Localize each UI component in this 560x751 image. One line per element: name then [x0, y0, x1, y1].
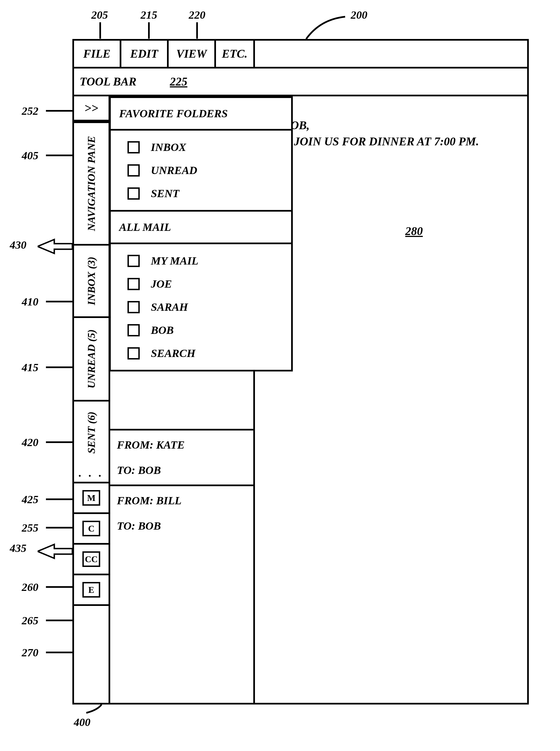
sidebar-m-button[interactable]: M [74, 483, 108, 514]
favorite-unread-label: UNREAD [151, 164, 197, 177]
toolbar-ref-225: 225 [170, 75, 187, 88]
e-icon: E [82, 582, 100, 597]
menu-edit[interactable]: EDIT [121, 41, 169, 67]
sidebar-c-button[interactable]: C [74, 514, 108, 545]
allmail-search-label: SEARCH [151, 347, 195, 360]
favorite-inbox-label: INBOX [151, 141, 186, 154]
menubar: FILE EDIT VIEW ETC. [74, 41, 527, 68]
toolbar: TOOL BAR 225 [74, 68, 527, 96]
allmail-mymail-label: MY MAIL [151, 254, 198, 267]
reading-ref-280: 280 [405, 224, 423, 238]
m-icon: M [82, 490, 100, 506]
message-row-1[interactable]: FROM: KATE TO: BOB [110, 431, 253, 486]
allmail-bob-label: BOB [151, 323, 174, 337]
msg1-from: FROM: KATE [117, 438, 246, 451]
reading-greeting: HI BOB, [266, 119, 516, 132]
allmail-item-mymail[interactable]: MY MAIL [127, 254, 280, 267]
favorite-item-sent[interactable]: SENT [127, 187, 280, 200]
menu-view[interactable]: VIEW [169, 41, 216, 67]
allmail-header: ALL MAIL [111, 212, 291, 244]
favorites-list: INBOX UNREAD SENT [111, 131, 291, 212]
sidebar-navigation-pane[interactable]: NAVIGATION PANE [74, 121, 108, 244]
checkbox-icon [127, 324, 140, 336]
favorite-item-inbox[interactable]: INBOX [127, 141, 280, 154]
toolbar-label: TOOL BAR [80, 75, 136, 88]
cc-icon: CC [82, 551, 100, 567]
app-window: FILE EDIT VIEW ETC. TOOL BAR 225 >> NAVI… [72, 39, 529, 705]
sidebar-cc-button[interactable]: CC [74, 545, 108, 575]
favorite-item-unread[interactable]: UNREAD [127, 164, 280, 177]
sidebar-inbox[interactable]: INBOX (3) [74, 244, 108, 316]
allmail-item-joe[interactable]: JOE [127, 277, 280, 291]
checkbox-icon [127, 164, 140, 177]
allmail-joe-label: JOE [151, 277, 172, 291]
checkbox-icon [127, 301, 140, 313]
msg1-to: TO: BOB [117, 463, 246, 477]
sidebar-unread[interactable]: UNREAD (5) [74, 316, 108, 400]
folders-popup: FAVORITE FOLDERS INBOX UNREAD SENT ALL M… [109, 96, 293, 372]
reading-pane: HI BOB, JOIN US FOR DINNER AT 7:00 PM. 2… [255, 96, 527, 703]
reading-body: JOIN US FOR DINNER AT 7:00 PM. [266, 135, 516, 148]
favorites-header: FAVORITE FOLDERS [111, 98, 291, 131]
sidebar-e-button[interactable]: E [74, 575, 108, 606]
allmail-item-bob[interactable]: BOB [127, 323, 280, 337]
c-icon: C [82, 521, 100, 536]
content-area: >> NAVIGATION PANE INBOX (3) UNREAD (5) … [74, 96, 527, 703]
checkbox-icon [127, 255, 140, 267]
allmail-list: MY MAIL JOE SARAH BOB SEARCH [111, 244, 291, 370]
svg-marker-0 [38, 239, 72, 253]
sidebar-more[interactable]: . . . [74, 464, 108, 483]
msg2-to: TO: BOB [117, 519, 246, 532]
pointer-arrow-430 [38, 238, 74, 255]
pointer-arrow-435 [38, 543, 74, 560]
allmail-item-sarah[interactable]: SARAH [127, 300, 280, 314]
checkbox-icon [127, 141, 140, 154]
sidebar-sent[interactable]: SENT (6) [74, 400, 108, 464]
checkbox-icon [127, 347, 140, 359]
sidebar-expand-button[interactable]: >> [74, 96, 108, 121]
checkbox-icon [127, 187, 140, 200]
checkbox-icon [127, 278, 140, 290]
allmail-sarah-label: SARAH [151, 300, 188, 314]
sidebar: >> NAVIGATION PANE INBOX (3) UNREAD (5) … [74, 96, 110, 703]
msg2-from: FROM: BILL [117, 494, 246, 507]
allmail-item-search[interactable]: SEARCH [127, 347, 280, 360]
favorite-sent-label: SENT [151, 187, 179, 200]
menu-etc[interactable]: ETC. [216, 41, 255, 67]
svg-marker-1 [38, 545, 72, 558]
message-row-2[interactable]: FROM: BILL TO: BOB [110, 486, 253, 540]
menu-file[interactable]: FILE [74, 41, 121, 67]
